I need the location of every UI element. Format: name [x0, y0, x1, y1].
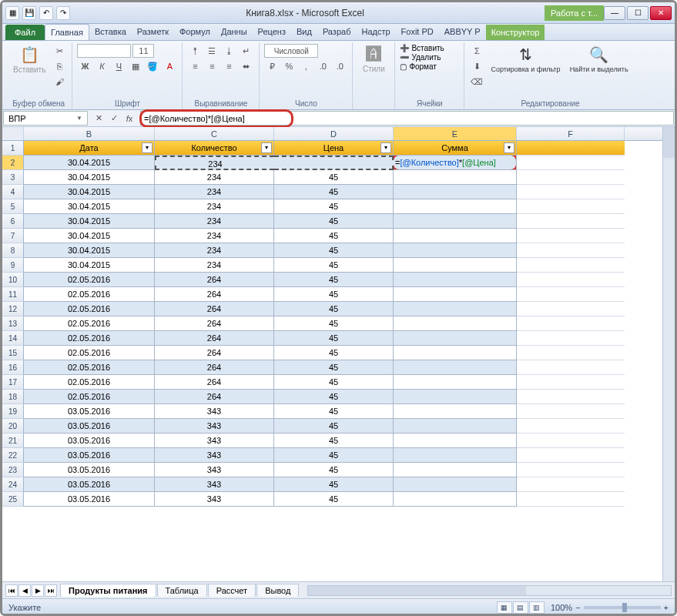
cell[interactable]: [274, 156, 394, 170]
row-header[interactable]: 10: [2, 273, 24, 287]
table-header[interactable]: Дата▾: [24, 141, 155, 156]
cell[interactable]: [394, 302, 517, 316]
horizontal-scrollbar[interactable]: [307, 585, 672, 596]
enter-formula-button[interactable]: ✓: [107, 112, 121, 126]
cell[interactable]: 264: [155, 331, 274, 346]
cancel-formula-button[interactable]: ✕: [92, 112, 106, 126]
cell[interactable]: 03.05.2016: [24, 448, 155, 463]
font-color-icon[interactable]: A: [162, 59, 177, 73]
wrap-text-icon[interactable]: ↵: [238, 44, 253, 58]
cell[interactable]: 343: [155, 492, 274, 507]
cell[interactable]: 264: [155, 316, 274, 331]
cell[interactable]: 02.05.2016: [24, 316, 155, 331]
row-header[interactable]: 2: [2, 156, 24, 170]
sheet-nav-last[interactable]: ⏭: [45, 584, 57, 597]
cell[interactable]: [394, 390, 517, 404]
cell[interactable]: 45: [274, 229, 394, 243]
tab-вставка[interactable]: Вставка: [89, 24, 132, 40]
align-right-icon[interactable]: ≡: [221, 59, 236, 73]
sheet-tab[interactable]: Таблица: [157, 584, 207, 597]
cell[interactable]: 30.04.2015: [24, 199, 155, 214]
sheet-nav-first[interactable]: ⏮: [5, 584, 18, 597]
cell[interactable]: 45: [274, 360, 394, 375]
cell[interactable]: 234: [155, 229, 274, 243]
row-header[interactable]: 13: [2, 316, 24, 331]
vertical-scrollbar[interactable]: [662, 127, 675, 581]
paste-button[interactable]: 📋 Вставить: [10, 44, 49, 75]
format-cells-button[interactable]: ▢Формат: [400, 62, 437, 71]
cell[interactable]: 03.05.2016: [24, 463, 155, 477]
maximize-button[interactable]: ☐: [627, 6, 649, 20]
name-box[interactable]: ВПР ▼: [3, 111, 88, 126]
fx-button[interactable]: fx: [122, 112, 136, 126]
cell[interactable]: [394, 287, 517, 302]
cell[interactable]: 45: [274, 243, 394, 258]
styles-button[interactable]: 🅰 Стили: [357, 44, 390, 75]
formula-input[interactable]: =[@Количество]*[@Цена]: [140, 111, 674, 126]
row-header[interactable]: 15: [2, 346, 24, 360]
tab-design[interactable]: Конструктор: [486, 25, 545, 40]
align-center-icon[interactable]: ≡: [204, 59, 220, 73]
cell[interactable]: [517, 229, 625, 243]
delete-cells-button[interactable]: ➖Удалить: [400, 53, 441, 62]
tab-разметк[interactable]: Разметк: [132, 24, 174, 40]
cell[interactable]: 234: [155, 258, 274, 273]
cell[interactable]: [517, 390, 625, 404]
cell[interactable]: 02.05.2016: [24, 287, 155, 302]
sheet-tab[interactable]: Рассчет: [208, 584, 256, 597]
tab-foxit pd[interactable]: Foxit PD: [396, 24, 439, 40]
cell[interactable]: 45: [274, 316, 394, 331]
column-header[interactable]: E: [394, 127, 517, 140]
zoom-slider[interactable]: [584, 606, 661, 609]
cell[interactable]: [517, 170, 625, 185]
cell[interactable]: [517, 448, 625, 463]
cell[interactable]: 343: [155, 434, 274, 448]
decrease-decimal-icon[interactable]: .0: [332, 59, 347, 73]
row-header[interactable]: 7: [2, 229, 24, 243]
underline-icon[interactable]: Ч: [111, 59, 126, 73]
cell[interactable]: 45: [274, 346, 394, 360]
cell[interactable]: 45: [274, 185, 394, 199]
filter-icon[interactable]: ▾: [142, 142, 152, 153]
cell[interactable]: [517, 492, 625, 507]
align-top-icon[interactable]: ⭱: [187, 44, 203, 58]
row-header[interactable]: 18: [2, 390, 24, 404]
cell[interactable]: 45: [274, 273, 394, 287]
cell[interactable]: 264: [155, 273, 274, 287]
cell[interactable]: [394, 360, 517, 375]
column-header[interactable]: F: [517, 127, 625, 140]
cell[interactable]: 02.05.2016: [24, 273, 155, 287]
table-header[interactable]: Сумма▾: [394, 141, 517, 156]
minimize-button[interactable]: —: [604, 6, 625, 20]
cell[interactable]: 343: [155, 477, 274, 492]
row-header[interactable]: 3: [2, 170, 24, 185]
cell[interactable]: [394, 199, 517, 214]
cell[interactable]: 30.04.2015: [24, 156, 155, 170]
increase-decimal-icon[interactable]: .0: [315, 59, 330, 73]
clear-icon[interactable]: ⌫: [469, 75, 484, 89]
cell[interactable]: 03.05.2016: [24, 419, 155, 434]
tab-разраб[interactable]: Разраб: [317, 24, 357, 40]
row-header[interactable]: 9: [2, 258, 24, 273]
undo-icon[interactable]: ↶: [39, 6, 53, 20]
cell[interactable]: 264: [155, 390, 274, 404]
column-header[interactable]: D: [274, 127, 394, 140]
cell[interactable]: [394, 463, 517, 477]
cell[interactable]: 343: [155, 404, 274, 419]
cell[interactable]: [394, 419, 517, 434]
cell[interactable]: 02.05.2016: [24, 331, 155, 346]
align-bottom-icon[interactable]: ⭳: [221, 44, 236, 58]
cell[interactable]: [517, 185, 625, 199]
cell[interactable]: 45: [274, 199, 394, 214]
cell[interactable]: 45: [274, 375, 394, 390]
filter-icon[interactable]: ▾: [504, 142, 514, 153]
cell[interactable]: 30.04.2015: [24, 229, 155, 243]
cell[interactable]: 234: [155, 214, 274, 229]
italic-icon[interactable]: К: [94, 59, 109, 73]
row-header[interactable]: 25: [2, 492, 24, 507]
tab-формул[interactable]: Формул: [174, 24, 216, 40]
cell[interactable]: 02.05.2016: [24, 346, 155, 360]
cell[interactable]: [394, 229, 517, 243]
cell[interactable]: 30.04.2015: [24, 170, 155, 185]
find-select-button[interactable]: 🔍 Найти и выделить: [567, 44, 632, 75]
